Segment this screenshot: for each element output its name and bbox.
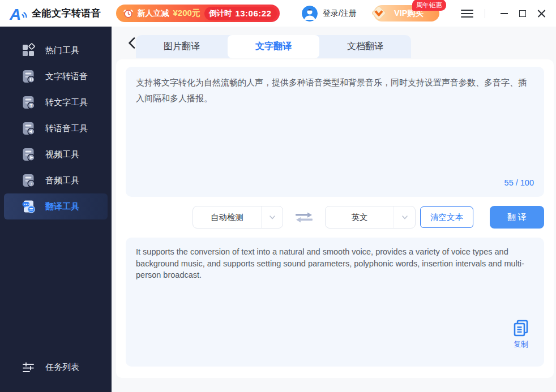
copy-icon	[511, 318, 531, 338]
sidebar-item-label: 任务列表	[45, 362, 79, 373]
app-logo: A 全能文字转语音	[9, 5, 101, 23]
dropdown-caret-icon	[261, 206, 283, 228]
dropdown-caret-icon	[394, 206, 415, 228]
hamburger-menu-icon[interactable]	[459, 5, 476, 22]
tab-text-translate[interactable]: 文字翻译	[228, 35, 319, 58]
sidebar-spacer	[0, 219, 112, 354]
anniversary-sale-badge: 周年钜惠	[412, 0, 446, 11]
sidebar-item-label: 转语音工具	[45, 123, 88, 134]
hot-tools-icon	[21, 43, 36, 58]
login-register-link[interactable]: 登录/注册	[323, 8, 357, 19]
copy-label: 复制	[514, 339, 528, 350]
clear-text-button[interactable]: 清空文本	[420, 206, 473, 228]
promo-countdown: 倒计时 13:06:22	[204, 7, 277, 20]
promo-banner[interactable]: 新人立减 ¥200元 倒计时 13:06:22	[116, 5, 280, 22]
to-text-tools-icon: T	[21, 95, 36, 110]
result-text: It supports the conversion of text into …	[136, 246, 534, 281]
vip-purchase-button[interactable]: VIP购买 周年钜惠	[374, 5, 439, 21]
sidebar-item-to-speech-tools[interactable]: 转语音工具	[0, 115, 112, 141]
sidebar: 热门工具 文字转语音 T 转文字工具	[0, 27, 112, 392]
source-text: 支持将文字转化为自然流畅的人声，提供多种语音类型和背景音乐，同时支持设置声音参数…	[136, 75, 534, 106]
logo-icon: A	[9, 5, 27, 23]
swap-languages-icon[interactable]	[294, 211, 314, 223]
promo-text: 新人立减	[138, 8, 169, 19]
source-language-dropdown[interactable]: 自动检测	[193, 206, 283, 229]
tab-image-translate[interactable]: 图片翻译	[136, 35, 228, 58]
audio-tools-icon: ♪	[21, 173, 36, 188]
sidebar-item-label: 文字转语音	[45, 71, 88, 82]
translate-toolbar: 自动检测 英文 清空文本 翻	[126, 197, 544, 238]
sidebar-item-label: 视频工具	[45, 149, 79, 160]
user-avatar-icon[interactable]	[302, 6, 318, 21]
sidebar-item-video-tools[interactable]: 视频工具	[0, 141, 112, 167]
sidebar-item-to-text-tools[interactable]: T 转文字工具	[0, 89, 112, 115]
translate-tabbar: 图片翻译 文字翻译 文档翻译	[136, 35, 411, 58]
sidebar-item-label: 音频工具	[45, 175, 79, 186]
video-tools-icon	[21, 147, 36, 162]
countdown-time: 13:06:22	[235, 8, 271, 18]
target-language-dropdown[interactable]: 英文	[325, 206, 416, 229]
app-title: 全能文字转语音	[32, 7, 101, 20]
minimize-button[interactable]	[496, 6, 512, 21]
sidebar-item-label: 转文字工具	[45, 97, 88, 108]
task-list-icon	[21, 360, 36, 374]
text-to-speech-icon	[21, 69, 36, 84]
alarm-clock-icon	[123, 8, 134, 19]
svg-text:T: T	[30, 103, 33, 108]
sidebar-item-text-to-speech[interactable]: 文字转语音	[0, 63, 112, 89]
titlebar-divider	[485, 9, 485, 18]
main-header: 图片翻译 文字翻译 文档翻译	[116, 27, 554, 59]
sidebar-item-translate-tools[interactable]: 翻译工具	[4, 193, 108, 219]
char-counter: 55 / 100	[504, 175, 534, 191]
sidebar-item-label: 翻译工具	[45, 201, 79, 212]
sidebar-item-hot-tools[interactable]: 热门工具	[0, 37, 112, 63]
close-button[interactable]	[533, 6, 549, 21]
result-text-area: It supports the conversion of text into …	[126, 238, 544, 367]
promo-amount: ¥200元	[173, 8, 200, 19]
translate-button[interactable]: 翻 译	[490, 206, 544, 229]
translate-tools-icon	[21, 199, 36, 214]
sidebar-item-audio-tools[interactable]: ♪ 音频工具	[0, 167, 112, 193]
tab-document-translate[interactable]: 文档翻译	[319, 35, 411, 58]
to-speech-tools-icon	[21, 121, 36, 136]
source-text-area[interactable]: 支持将文字转化为自然流畅的人声，提供多种语音类型和背景音乐，同时支持设置声音参数…	[126, 67, 544, 197]
translate-card: 支持将文字转化为自然流畅的人声，提供多种语音类型和背景音乐，同时支持设置声音参数…	[116, 59, 554, 378]
v-diamond-icon	[369, 3, 388, 23]
svg-text:♪: ♪	[30, 181, 32, 187]
title-bar: A 全能文字转语音 新人立减 ¥200元 倒计时 13:06:22 登录/注册	[0, 0, 556, 27]
sidebar-item-task-list[interactable]: 任务列表	[0, 354, 112, 380]
titlebar-right: 登录/注册 VIP购买 周年钜惠	[302, 5, 549, 22]
maximize-button[interactable]	[515, 6, 531, 21]
copy-result-button[interactable]: 复制	[511, 318, 531, 350]
target-language-value: 英文	[326, 212, 394, 223]
svg-text:A: A	[9, 6, 21, 23]
main-area: 图片翻译 文字翻译 文档翻译 支持将文字转化为自然流畅的人声，提供多种语音类型和…	[112, 27, 556, 392]
source-language-value: 自动检测	[193, 212, 261, 223]
countdown-label: 倒计时	[209, 8, 232, 19]
sidebar-item-label: 热门工具	[45, 45, 79, 56]
